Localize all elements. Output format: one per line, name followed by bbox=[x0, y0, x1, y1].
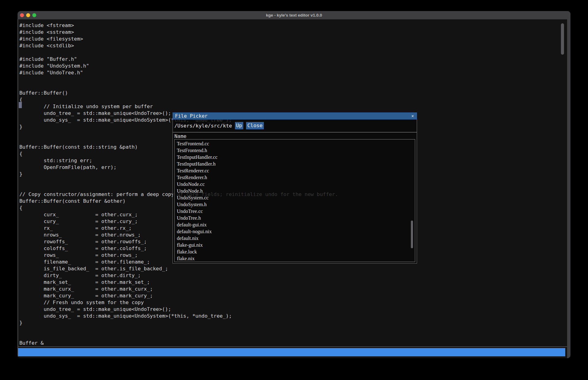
window-titlebar[interactable]: kge - kyle's text editor v1.0.0 bbox=[18, 11, 570, 19]
code-line bbox=[19, 326, 567, 333]
file-item[interactable]: flake-gui.nix bbox=[177, 242, 415, 249]
code-line: mark_set_ = other.mark_set_; bbox=[19, 279, 567, 286]
code-line: mark_cury_ = other.mark_cury_; bbox=[19, 292, 567, 299]
file-item[interactable]: UndoTree.cc bbox=[177, 208, 415, 215]
file-item[interactable]: default-nogui.nix bbox=[177, 228, 415, 235]
file-item[interactable]: TestFrontend.cc bbox=[177, 140, 415, 147]
file-item[interactable]: flake.lock bbox=[177, 249, 415, 255]
text-cursor bbox=[19, 102, 22, 108]
close-button[interactable]: Close bbox=[246, 122, 264, 129]
file-item[interactable]: flake.nix bbox=[177, 255, 415, 262]
file-picker-dialog: File Picker ✕ /Users/kyle/src/kte Up Clo… bbox=[173, 112, 417, 264]
app-window: #include <fstream>#include <sstream>#inc… bbox=[18, 11, 570, 358]
file-item[interactable]: TestInputHandler.cc bbox=[177, 154, 415, 161]
code-line: undo_sys_ = std::make_unique<UndoSystem>… bbox=[19, 313, 567, 319]
file-item[interactable]: TestInputHandler.h bbox=[177, 161, 415, 167]
code-line: #include <filesystem> bbox=[19, 36, 567, 42]
close-icon[interactable]: ✕ bbox=[411, 112, 414, 119]
status-bar: kge v1.0.0 [1/1] Buffer.cc 486L Open Fil… bbox=[18, 348, 565, 356]
code-line: #include <fstream> bbox=[19, 22, 567, 29]
code-line: // Fresh undo system for the copy bbox=[19, 299, 567, 306]
code-line: // Initialize undo system per buffer bbox=[19, 103, 567, 110]
code-line: #include "UndoTree.h" bbox=[19, 69, 567, 76]
code-line bbox=[19, 83, 567, 90]
file-item[interactable]: TestFrontend.h bbox=[177, 147, 415, 154]
path-row: /Users/kyle/src/kte Up Close bbox=[174, 122, 264, 130]
file-item[interactable]: default.nix bbox=[177, 235, 415, 242]
code-line bbox=[19, 49, 567, 56]
code-line: dirty_ = other.dirty_; bbox=[19, 272, 567, 279]
code-line: is_file_backed_ = other.is_file_backed_; bbox=[19, 265, 567, 272]
code-line bbox=[19, 333, 567, 340]
up-button[interactable]: Up bbox=[235, 122, 244, 129]
file-item[interactable]: TestRenderer.h bbox=[177, 174, 415, 181]
file-item[interactable]: UndoNode.h bbox=[177, 188, 415, 194]
file-item[interactable]: default-gui.nix bbox=[177, 221, 415, 228]
file-picker-titlebar[interactable]: File Picker ✕ bbox=[173, 112, 417, 119]
path-separator bbox=[173, 132, 417, 132]
file-picker-title: File Picker bbox=[173, 113, 208, 119]
code-line: Buffer::Buffer() bbox=[19, 90, 567, 96]
code-line: } bbox=[19, 319, 567, 326]
column-header-name: Name bbox=[174, 133, 186, 140]
file-picker-body: /Users/kyle/src/kte Up Close Name TestFr… bbox=[173, 119, 417, 263]
file-item[interactable]: TestRenderer.cc bbox=[177, 167, 415, 174]
status-version-file: kge v1.0.0 [1/1] Buffer.cc 486L bbox=[21, 356, 118, 358]
window-right-frame bbox=[567, 11, 570, 358]
code-line: #include <cstdlib> bbox=[19, 42, 567, 49]
code-line: #include "Buffer.h" bbox=[19, 56, 567, 63]
code-line: Buffer & bbox=[19, 340, 567, 347]
current-path: /Users/kyle/src/kte bbox=[174, 123, 232, 129]
file-item[interactable]: UndoNode.cc bbox=[177, 181, 415, 188]
statusbar-separator bbox=[18, 347, 567, 347]
code-line: #include "UndoSystem.h" bbox=[19, 63, 567, 69]
file-list-scrollbar-thumb[interactable] bbox=[411, 221, 413, 248]
file-item[interactable]: UndoSystem.h bbox=[177, 201, 415, 208]
code-line: #include <sstream> bbox=[19, 29, 567, 36]
window-left-edge bbox=[18, 19, 18, 358]
file-list[interactable]: TestFrontend.ccTestFrontend.hTestInputHa… bbox=[174, 139, 415, 262]
editor-scrollbar-thumb[interactable] bbox=[561, 23, 564, 55]
file-item[interactable]: UndoTree.h bbox=[177, 215, 415, 221]
window-title: kge - kyle's text editor v1.0.0 bbox=[18, 13, 570, 18]
code-line bbox=[19, 76, 567, 83]
code-line: undo_tree_ = std::make_unique<UndoTree>(… bbox=[19, 306, 567, 313]
code-line: { bbox=[19, 96, 567, 103]
file-item[interactable]: UndoSystem.cc bbox=[177, 194, 415, 201]
code-line: mark_curx_ = other.mark_curx_; bbox=[19, 286, 567, 292]
